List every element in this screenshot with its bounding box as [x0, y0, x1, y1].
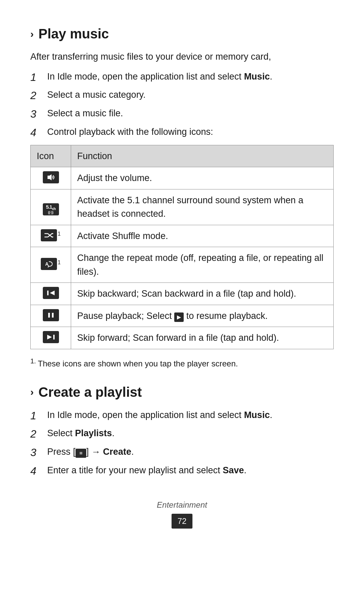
- svg-rect-6: [48, 313, 50, 318]
- svg-marker-0: [48, 174, 52, 180]
- svg-marker-5: [50, 291, 55, 295]
- step-text-1: In Idle mode, open the application list …: [47, 70, 334, 84]
- table-row: Adjust the volume.: [31, 167, 334, 189]
- function-text-skipback: Skip backward; Scan backward in a file (…: [71, 283, 334, 305]
- section-header-create-playlist: › Create a playlist: [30, 382, 334, 402]
- chevron-icon-2: ›: [30, 384, 34, 399]
- col-icon-header: Icon: [31, 145, 71, 167]
- function-text-51ch: Activate the 5.1 channel surround sound …: [71, 189, 334, 225]
- footnote-num: 1.: [30, 357, 38, 365]
- menu-icon: ≡: [75, 449, 86, 458]
- superscript-repeat: 1: [58, 260, 61, 265]
- step-text-2: Select a music category.: [47, 88, 334, 102]
- pause-icon: [43, 309, 59, 321]
- skip-back-icon: [43, 287, 59, 299]
- playlist-step-text-2: Select Playlists.: [47, 426, 334, 440]
- icon-function-table: Icon Function Adjust the volume.: [30, 145, 334, 349]
- playlist-step-text-4: Enter a title for your new playlist and …: [47, 464, 334, 477]
- volume-icon: [43, 171, 59, 183]
- footer-category: Entertainment: [30, 499, 334, 511]
- table-row: A 1 Change the repeat mode (off, repeati…: [31, 247, 334, 283]
- icon-cell-pause: [31, 305, 71, 327]
- step-num-2: 2: [30, 88, 47, 103]
- function-text-skipfwd: Skip forward; Scan forward in a file (ta…: [71, 327, 334, 349]
- table-row: Pause playback; Select ▶ to resume playb…: [31, 305, 334, 327]
- table-row: 1 Activate Shuffle mode.: [31, 225, 334, 247]
- create-playlist-section: › Create a playlist 1 In Idle mode, open…: [30, 382, 334, 479]
- step-2: 2 Select a music category.: [30, 88, 334, 103]
- table-row: 5.1ch ((·)) Activate the 5.1 channel sur…: [31, 189, 334, 225]
- icon-cell-volume: [31, 167, 71, 189]
- footnote-content: These icons are shown when you tap the p…: [38, 359, 238, 368]
- step-text-4: Control playback with the following icon…: [47, 125, 334, 139]
- playlist-step-num-4: 4: [30, 464, 47, 479]
- table-header-row: Icon Function: [31, 145, 334, 167]
- svg-rect-7: [52, 313, 54, 318]
- page-number: 72: [172, 514, 193, 529]
- playlist-step-4: 4 Enter a title for your new playlist an…: [30, 464, 334, 479]
- step-num-4: 4: [30, 125, 47, 140]
- create-playlist-title: Create a playlist: [38, 382, 142, 402]
- intro-text: After transferring music files to your d…: [30, 50, 334, 64]
- svg-marker-9: [47, 335, 52, 339]
- step-3: 3 Select a music file.: [30, 107, 334, 122]
- superscript-shuffle: 1: [58, 231, 61, 237]
- function-text-repeat: Change the repeat mode (off, repeating a…: [71, 247, 334, 283]
- icon-cell-repeat: A 1: [31, 247, 71, 283]
- play-music-section: › Play music After transferring music fi…: [30, 24, 334, 370]
- play-inline-icon: ▶: [174, 312, 184, 322]
- svg-rect-4: [47, 291, 49, 295]
- skip-forward-icon: [43, 331, 59, 343]
- section-header-play-music: › Play music: [30, 24, 334, 44]
- icon-cell-skipfwd: [31, 327, 71, 349]
- play-music-title: Play music: [38, 24, 109, 44]
- repeat-icon: A: [41, 258, 57, 270]
- 51ch-icon: 5.1ch ((·)): [43, 203, 59, 215]
- function-text-volume: Adjust the volume.: [71, 167, 334, 189]
- shuffle-icon: [41, 229, 57, 241]
- playlist-step-num-1: 1: [30, 408, 47, 423]
- playlist-step-2: 2 Select Playlists.: [30, 426, 334, 442]
- step-num-3: 3: [30, 107, 47, 122]
- page-footer: Entertainment 72: [30, 499, 334, 529]
- playlist-step-num-2: 2: [30, 426, 47, 442]
- function-text-shuffle: Activate Shuffle mode.: [71, 225, 334, 247]
- step-num-1: 1: [30, 70, 47, 85]
- icon-cell-skipback: [31, 283, 71, 305]
- playlist-step-num-3: 3: [30, 445, 47, 460]
- function-text-pause: Pause playback; Select ▶ to resume playb…: [71, 305, 334, 327]
- svg-rect-8: [53, 335, 55, 339]
- icon-cell-shuffle: 1: [31, 225, 71, 247]
- icon-cell-51ch: 5.1ch ((·)): [31, 189, 71, 225]
- col-function-header: Function: [71, 145, 334, 167]
- step-text-3: Select a music file.: [47, 107, 334, 120]
- step-1: 1 In Idle mode, open the application lis…: [30, 70, 334, 85]
- step-4: 4 Control playback with the following ic…: [30, 125, 334, 140]
- playlist-step-text-3: Press [≡] → Create.: [47, 445, 334, 459]
- footnote-text: 1. These icons are shown when you tap th…: [30, 356, 334, 370]
- table-row: Skip forward; Scan forward in a file (ta…: [31, 327, 334, 349]
- playlist-step-1: 1 In Idle mode, open the application lis…: [30, 408, 334, 423]
- playlist-step-3: 3 Press [≡] → Create.: [30, 445, 334, 460]
- table-row: Skip backward; Scan backward in a file (…: [31, 283, 334, 305]
- playlist-step-text-1: In Idle mode, open the application list …: [47, 408, 334, 422]
- chevron-icon: ›: [30, 26, 34, 41]
